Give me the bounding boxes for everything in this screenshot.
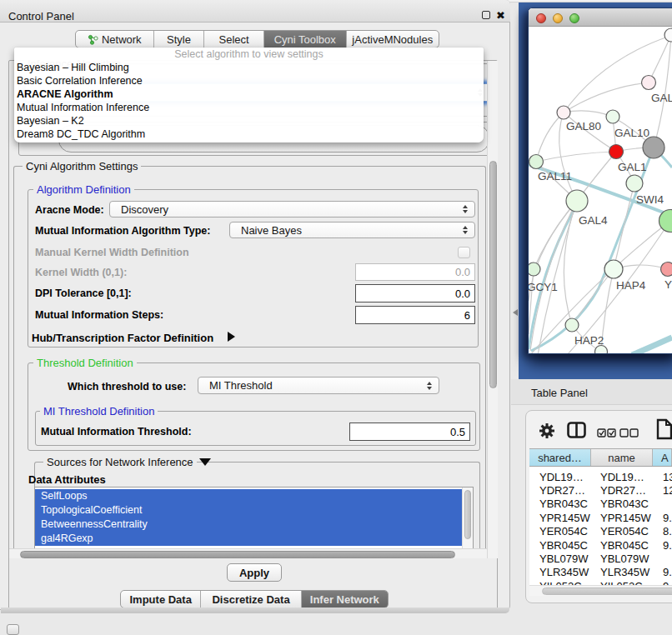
float-window-icon[interactable] <box>482 11 490 19</box>
table-row[interactable]: YPR145W YPR145W 9. <box>529 511 672 524</box>
list-item[interactable]: TopologicalCoefficient <box>35 503 462 518</box>
network-edge[interactable] <box>534 201 577 269</box>
table-row[interactable]: YDL19… YDL19… 13 <box>529 470 672 483</box>
close-traffic-light-icon[interactable] <box>536 13 546 23</box>
list-scrollbar[interactable] <box>462 488 473 548</box>
collapse-arrow-icon[interactable] <box>199 458 211 466</box>
dropdown-item[interactable]: Bayesian – K2 <box>14 114 484 128</box>
manual-kernel-width-label: Manual Kernel Width Definition <box>35 247 189 258</box>
algorithm-dropdown-popup: Select algorithm to view settings Bayesi… <box>14 48 484 142</box>
new-table-document-icon[interactable] <box>656 418 672 443</box>
control-panel-tabbar: Network Style Select Cyni Toolbox jActiv… <box>75 30 439 48</box>
network-node-gcy1[interactable] <box>529 262 540 276</box>
network-node-gal80[interactable] <box>557 106 570 119</box>
network-node[interactable] <box>664 28 672 42</box>
splitter-grip-icon[interactable] <box>513 309 518 316</box>
list-scrollbar-thumb[interactable] <box>464 490 471 539</box>
gear-icon[interactable] <box>538 421 556 444</box>
control-panel-titlebar[interactable] <box>0 0 510 22</box>
minimize-traffic-light-icon[interactable] <box>553 13 563 23</box>
split-columns-icon[interactable] <box>567 422 586 442</box>
tab-cyni-toolbox[interactable]: Cyni Toolbox <box>264 31 347 48</box>
dropdown-item[interactable]: Bayesian – Hill Climbing <box>14 61 484 74</box>
tab-discretize-data[interactable]: Discretize Data <box>201 591 301 608</box>
network-window-titlebar[interactable] <box>529 8 672 27</box>
network-edge[interactable] <box>536 152 616 162</box>
column-header-partial[interactable]: A <box>653 449 672 466</box>
table-header-row: shared… name A <box>529 448 672 467</box>
table-horizontal-scrollbar-thumb[interactable] <box>542 588 672 595</box>
table-row[interactable]: YIL052C YIL052C 9. <box>529 579 672 585</box>
select-all-checkboxes-icon[interactable] <box>597 426 616 441</box>
network-node-label: GAL10 <box>614 127 649 139</box>
kernel-width-field[interactable]: 0.0 <box>355 263 475 281</box>
network-edge[interactable] <box>564 82 649 112</box>
mi-steps-field[interactable]: 6 <box>355 306 475 324</box>
tab-select[interactable]: Select <box>204 31 264 48</box>
expand-arrow-icon[interactable] <box>228 332 235 342</box>
network-node-swi4[interactable] <box>626 175 643 192</box>
network-node-hap4[interactable] <box>604 260 623 278</box>
deselect-all-checkboxes-icon[interactable] <box>619 426 639 441</box>
table-row[interactable]: YBR043C YBR043C <box>529 498 672 511</box>
mi-threshold-group-title: MI Threshold Definition <box>40 405 158 418</box>
table-row[interactable]: YER054C YER054C 8. <box>529 525 672 538</box>
list-item[interactable]: BetweennessCentrality <box>35 518 462 532</box>
network-node-label: GAL80 <box>566 120 601 132</box>
dpi-tolerance-field[interactable]: 0.0 <box>355 284 475 302</box>
mi-steps-label: Mutual Information Steps: <box>35 309 163 321</box>
vertical-scrollbar-thumb[interactable] <box>489 161 497 388</box>
dropdown-item-selected[interactable]: ARACNE Algorithm <box>14 88 484 101</box>
which-threshold-combobox[interactable]: MI Threshold <box>198 377 439 394</box>
network-node[interactable] <box>643 137 664 158</box>
network-window: GAL2GAL80GAL10GAL1GAL11SWI4GAL4HAP4YGCY1… <box>528 8 672 354</box>
hub-factor-section-label[interactable]: Hub/Transcription Factor Definition <box>32 332 213 344</box>
network-node-y[interactable] <box>661 262 672 277</box>
vertical-scrollbar[interactable] <box>487 61 498 558</box>
network-node-label: GAL1 <box>618 161 647 173</box>
data-attributes-label: Data Attributes <box>28 473 106 486</box>
table-row[interactable]: YDR27… YDR27… 12 <box>529 483 672 497</box>
dropdown-item[interactable]: Dream8 DC_TDC Algorithm <box>14 128 484 141</box>
network-node-hap2[interactable] <box>565 318 579 332</box>
list-item[interactable]: SelfLoops <box>35 489 462 503</box>
mi-threshold-field[interactable]: 0.5 <box>349 422 470 441</box>
network-node-gal11[interactable] <box>529 155 544 169</box>
network-edge[interactable] <box>564 111 613 117</box>
tab-impute-data[interactable]: Impute Data <box>121 591 201 608</box>
network-canvas[interactable]: GAL2GAL80GAL10GAL1GAL11SWI4GAL4HAP4YGCY1… <box>529 27 672 353</box>
tab-jactivemnodules[interactable]: jActiveMNodules <box>347 31 439 48</box>
network-node-gal1[interactable] <box>609 145 624 159</box>
minimized-window-icon[interactable] <box>7 624 19 635</box>
network-node[interactable] <box>595 346 608 354</box>
network-icon <box>88 34 98 45</box>
zoom-traffic-light-icon[interactable] <box>569 13 579 23</box>
cyni-algorithm-settings-title: Cyni Algorithm Settings <box>23 160 141 172</box>
network-node-label: GAL11 <box>538 170 572 182</box>
horizontal-scrollbar[interactable] <box>9 548 487 558</box>
manual-kernel-width-checkbox[interactable] <box>458 247 470 258</box>
tab-style[interactable]: Style <box>154 31 205 48</box>
horizontal-scrollbar-thumb[interactable] <box>20 551 455 558</box>
tab-infer-network[interactable]: Infer Network <box>302 591 388 608</box>
network-node-gal2[interactable] <box>642 76 656 90</box>
tab-network[interactable]: Network <box>76 31 154 48</box>
network-node-label: GAL2 <box>651 92 672 104</box>
column-header-shared-name[interactable]: shared… <box>529 449 591 466</box>
dropdown-item[interactable]: Basic Correlation Inference <box>14 74 484 88</box>
table-row[interactable]: YBL079W YBL079W <box>529 552 672 565</box>
mi-threshold-label: Mutual Information Threshold: <box>41 426 192 438</box>
apply-button[interactable]: Apply <box>227 563 282 582</box>
table-row[interactable]: YLR345W YLR345W 9. <box>529 566 672 579</box>
list-item[interactable]: gal4RGexp <box>35 532 462 546</box>
table-row[interactable]: YBR045C YBR045C 9. <box>529 538 672 552</box>
close-icon[interactable]: ✖ <box>496 9 505 22</box>
aracne-mode-combobox[interactable]: Discovery <box>109 201 475 218</box>
network-edge-highlighted[interactable] <box>632 338 672 353</box>
column-header-name[interactable]: name <box>591 449 653 466</box>
network-node-gal10[interactable] <box>606 110 619 123</box>
table-horizontal-scrollbar[interactable] <box>529 585 672 596</box>
mi-algorithm-type-combobox[interactable]: Naive Bayes <box>229 222 475 238</box>
network-node-gal4[interactable] <box>566 190 588 212</box>
dropdown-item[interactable]: Mutual Information Inference <box>14 101 484 114</box>
